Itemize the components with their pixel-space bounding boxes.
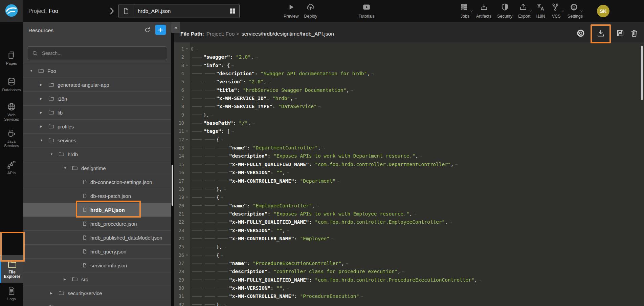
sidebar-item-databases[interactable]: Databases xyxy=(0,77,23,92)
topbar-action-tutorials[interactable]: Tutorials xyxy=(358,3,374,19)
eol-mark: ¬ xyxy=(322,145,325,150)
chevron-collapsed-icon[interactable]: ▶ xyxy=(40,97,48,100)
topbar-action-deploy[interactable]: Deploy xyxy=(304,3,317,19)
tree-item-Foo[interactable]: ▼Foo xyxy=(23,64,171,78)
chevron-expanded-icon[interactable]: ▼ xyxy=(40,139,48,142)
topbar-center-actions: PreviewDeployTutorials xyxy=(284,3,375,19)
eol-mark: ¬ xyxy=(221,195,223,200)
editor-scrollbar[interactable] xyxy=(641,46,643,100)
chevron-expanded-icon[interactable]: ▼ xyxy=(30,69,38,73)
fold-arrow-icon[interactable]: ▾ xyxy=(184,136,190,144)
sidebar-item-java-services[interactable]: JavaServices xyxy=(0,128,23,148)
search-input[interactable] xyxy=(41,50,161,56)
chevron-expanded-icon[interactable]: ▼ xyxy=(50,152,58,156)
topbar-action-label: Export xyxy=(518,14,530,19)
topbar-action-preview[interactable]: Preview xyxy=(284,3,298,19)
tree-item-securityService[interactable]: ▶securityService xyxy=(23,286,171,300)
save-icon xyxy=(616,29,625,39)
sidebar-item-apis[interactable]: APIs xyxy=(0,160,23,175)
code-editor[interactable]: 1▾{¬2"swagger": "2.0",¬3▾"info": {¬4"des… xyxy=(174,42,644,306)
tree-item-hrdb_query.json[interactable]: hrdb_query.json xyxy=(23,245,171,259)
eol-mark: ¬ xyxy=(287,286,289,291)
tree-item-src[interactable]: ▶src xyxy=(23,272,171,286)
code-line: 31"x-WM-CONTROLLER_NAME": "ProcedureExec… xyxy=(174,292,644,300)
topbar-action-artifacts[interactable]: Artifacts xyxy=(476,3,491,19)
tree-item-label: lib xyxy=(58,110,63,116)
tree-item-designtime[interactable]: ▼designtime xyxy=(23,161,171,175)
fold-arrow-icon[interactable]: ▾ xyxy=(184,127,190,135)
tree-item-service-info.json[interactable]: service-info.json xyxy=(23,259,171,272)
eol-mark: ¬ xyxy=(360,294,363,299)
fold-spacer xyxy=(184,69,190,78)
line-number: 30 xyxy=(174,284,184,292)
refresh-button[interactable] xyxy=(144,26,151,34)
tab-whitespace xyxy=(203,152,216,160)
tree-item-label: designtime xyxy=(81,165,106,171)
logs-icon xyxy=(7,286,16,295)
sidebar-item-label: Databases xyxy=(2,88,21,92)
sidebar-item-logs[interactable]: Logs xyxy=(0,286,23,301)
code-line: 11▾"tags": [¬ xyxy=(174,127,644,135)
chevron-collapsed-icon[interactable]: ▶ xyxy=(40,83,48,86)
tree-item-hrdb_procedure.json[interactable]: hrdb_procedure.json xyxy=(23,217,171,231)
eol-mark: ¬ xyxy=(287,228,289,233)
tree-item-hrdb_API.json[interactable]: hrdb_API.json xyxy=(23,203,171,217)
tree-item-hrdb_published_dataModel.json[interactable]: hrdb_published_dataModel.json xyxy=(23,231,171,245)
line-number: 27 xyxy=(174,259,184,267)
topbar-action-settings[interactable]: Settings xyxy=(568,3,583,19)
topbar-action-export[interactable]: Export xyxy=(518,3,530,19)
topbar-action-vcs[interactable]: VCS xyxy=(551,3,562,19)
resources-scrollbar[interactable] xyxy=(172,165,173,206)
chevron-expanded-icon[interactable]: ▼ xyxy=(64,166,72,170)
left-sidebar: PagesDatabasesWebServicesJavaServicesAPI… xyxy=(0,22,23,306)
user-avatar[interactable]: SK xyxy=(597,5,609,17)
fold-arrow-icon[interactable]: ▾ xyxy=(184,251,190,259)
file-icon xyxy=(82,193,87,199)
app-logo[interactable] xyxy=(0,0,23,22)
tree-item-profiles[interactable]: ▶profiles xyxy=(23,120,171,134)
tree-item-services[interactable]: ▼services xyxy=(23,134,171,147)
save-file-button[interactable] xyxy=(616,29,625,39)
tree-item-generated-angular-app[interactable]: ▶generated-angular-app xyxy=(23,78,171,92)
editor-settings-button[interactable] xyxy=(576,28,585,39)
tab-whitespace xyxy=(191,193,203,201)
tab-whitespace xyxy=(191,69,203,78)
topbar-action-label: Preview xyxy=(284,14,298,19)
file-icon xyxy=(82,179,87,185)
folder-open-icon xyxy=(7,259,17,269)
fold-spacer xyxy=(184,78,190,86)
add-resource-button[interactable] xyxy=(155,25,166,35)
chevron-collapsed-icon[interactable]: ▶ xyxy=(64,278,72,281)
sidebar-item-pages[interactable]: Pages xyxy=(0,50,23,66)
chevron-collapsed-icon[interactable]: ▶ xyxy=(40,125,48,128)
open-file-tab[interactable]: hrdb_API.json xyxy=(118,4,240,18)
topbar-action-i18n[interactable]: I18N xyxy=(536,3,545,19)
delete-file-button[interactable] xyxy=(630,29,639,39)
tree-item-lib[interactable]: ▶lib xyxy=(23,106,171,120)
topbar-action-security[interactable]: Security xyxy=(497,3,512,19)
collapse-panel-button[interactable]: « xyxy=(171,22,180,33)
code-line: 17"x-WM-CONTROLLER_NAME": "Department"¬ xyxy=(174,177,644,185)
grid-icon[interactable] xyxy=(229,7,236,15)
tree-item-db-rest-patch.json[interactable]: db-rest-patch.json xyxy=(23,189,171,203)
tab-whitespace xyxy=(216,226,229,234)
line-number: 31 xyxy=(174,292,184,300)
download-file-button[interactable] xyxy=(591,24,611,43)
globe-icon xyxy=(7,102,16,111)
sidebar-item-file-explorer[interactable]: FileExplorer xyxy=(0,255,23,283)
sidebar-item-web-services[interactable]: WebServices xyxy=(0,102,23,122)
tree-item-src[interactable]: ▶src xyxy=(23,300,171,306)
tree-item-hrdb[interactable]: ▼hrdb xyxy=(23,147,171,161)
tree-item-label: securityService xyxy=(68,290,102,296)
fold-arrow-icon[interactable]: ▾ xyxy=(184,45,190,53)
tree-item-i18n[interactable]: ▶i18n xyxy=(23,92,171,106)
fold-arrow-icon[interactable]: ▾ xyxy=(184,61,190,69)
file-path-value: services/hrdb/designtime/hrdb_API.json xyxy=(242,31,334,37)
fold-arrow-icon[interactable]: ▾ xyxy=(184,193,190,201)
tab-whitespace xyxy=(191,185,203,193)
line-number: 7 xyxy=(174,94,184,102)
chevron-collapsed-icon[interactable]: ▶ xyxy=(50,291,58,295)
topbar-action-jobs[interactable]: Jobs xyxy=(460,3,470,19)
chevron-collapsed-icon[interactable]: ▶ xyxy=(40,111,48,114)
tree-item-db-connection-settings.json[interactable]: db-connection-settings.json xyxy=(23,175,171,189)
